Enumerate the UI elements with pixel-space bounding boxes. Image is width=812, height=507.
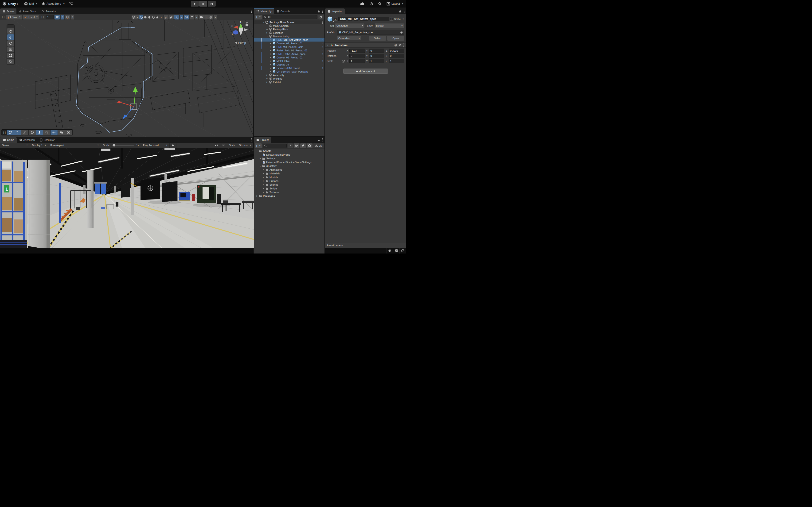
component-kebab[interactable] xyxy=(403,44,404,47)
shading-wireframe-button[interactable] xyxy=(139,15,143,19)
prefab-open-chevron[interactable]: › xyxy=(322,52,323,55)
hierarchy-item[interactable]: ▶Logistics xyxy=(254,31,324,35)
search-scene-button[interactable] xyxy=(43,130,50,135)
scene-viewport[interactable]: y x z Persp xyxy=(0,20,253,136)
view-settings-button[interactable] xyxy=(14,130,21,135)
game-panel-kebab[interactable] xyxy=(251,138,252,142)
overrides-dropdown[interactable]: Overrides▼ xyxy=(337,36,361,40)
select-button[interactable]: Select xyxy=(369,36,386,41)
increment-snap-button[interactable] xyxy=(65,15,70,19)
search-button[interactable] xyxy=(378,2,382,6)
gizmos-dropdown[interactable]: Gizmos▼ xyxy=(237,143,253,148)
gizmos-globe-button[interactable] xyxy=(208,15,213,19)
hand-tool-button[interactable] xyxy=(7,28,14,34)
step-button[interactable] xyxy=(208,1,216,7)
expander-arrow[interactable]: ▶ xyxy=(262,172,265,174)
object-name-field[interactable]: CNC_Mill_Set_Active_spec xyxy=(338,17,389,21)
foldout-arrow[interactable]: ▼ xyxy=(327,44,329,46)
tab-hierarchy[interactable]: Hierarchy xyxy=(254,8,274,14)
compass-button[interactable] xyxy=(65,130,72,135)
move-overlay-button[interactable] xyxy=(51,130,58,135)
lock-icon[interactable] xyxy=(399,10,402,13)
project-item[interactable]: ▶Animations xyxy=(254,168,324,172)
expander-arrow[interactable]: ▶ xyxy=(262,176,265,178)
rotate-tool-button[interactable] xyxy=(7,40,14,46)
hierarchy-item[interactable]: ▼Factory Floor Scene xyxy=(254,20,324,24)
project-item[interactable]: ▶Scenes xyxy=(254,183,324,186)
prefab-cube-icon[interactable]: ▼ xyxy=(327,16,333,22)
scene-panel-kebab[interactable] xyxy=(251,10,252,13)
expander-arrow[interactable]: ▶ xyxy=(269,60,272,62)
pause-button[interactable] xyxy=(199,1,207,7)
alerts-filter-button[interactable] xyxy=(307,144,312,148)
hierarchy-item[interactable]: ▶Siemens HMI Stand› xyxy=(254,66,324,70)
expander-arrow[interactable]: ▶ xyxy=(266,81,268,83)
camera-overlay-button[interactable] xyxy=(199,15,204,19)
hierarchy-item[interactable]: ▼Manufacturing xyxy=(254,35,324,38)
pivot-button[interactable]: Pivot▼ xyxy=(6,15,22,19)
expander-arrow[interactable]: ▼ xyxy=(262,21,265,23)
toolbar-drag-handle[interactable]: ❙❙ xyxy=(1,16,5,18)
display-dropdown[interactable]: Display 1▼ xyxy=(30,143,48,148)
2d-toggle-button[interactable]: 2D xyxy=(164,15,168,19)
grid-snap-dropdown[interactable]: ▼ xyxy=(61,15,64,19)
expander-arrow[interactable]: ▶ xyxy=(262,169,265,171)
palette-drag-handle[interactable] xyxy=(9,26,12,27)
hierarchy-item[interactable]: Main Camera xyxy=(254,24,324,27)
overlay-drag-handle[interactable]: ❙❙ xyxy=(2,131,7,134)
expander-arrow[interactable]: ▶ xyxy=(269,50,272,51)
project-item[interactable]: DefaultVolumeProfile xyxy=(254,153,324,157)
tab-animator[interactable]: Animator xyxy=(39,8,58,14)
version-control-button[interactable] xyxy=(69,2,73,6)
expander-arrow[interactable]: ▶ xyxy=(256,195,258,197)
project-item[interactable]: ▼XFactory xyxy=(254,164,324,168)
tab-inspector[interactable]: Inspector xyxy=(325,8,345,14)
expander-arrow[interactable]: ▶ xyxy=(269,67,272,69)
expander-arrow[interactable]: ▶ xyxy=(266,29,268,30)
orientation-button[interactable]: Local▼ xyxy=(23,15,39,19)
view-options-button[interactable]: ▼ xyxy=(132,15,139,19)
layout-menu[interactable]: Layout ▼ xyxy=(387,2,404,6)
game-viewport[interactable]: 1 xyxy=(0,148,253,248)
hierarchy-item[interactable]: ▶Drawer_01_Prefab_01› xyxy=(254,42,324,45)
expander-arrow[interactable]: ▶ xyxy=(262,191,265,193)
expander-arrow[interactable]: ▶ xyxy=(266,78,268,79)
layers-dropdown[interactable]: ▼ xyxy=(195,15,198,19)
effects-dropdown[interactable]: ▼ xyxy=(180,15,183,19)
scale-z-field[interactable]: 1 xyxy=(389,59,404,63)
project-item[interactable]: ▶Settings xyxy=(254,157,324,160)
position-z-field[interactable]: 0.3030 xyxy=(389,49,404,53)
expander-arrow[interactable]: ▶ xyxy=(259,158,262,159)
scale-tool-button[interactable] xyxy=(7,47,14,52)
hierarchy-item[interactable]: ▶CNC_Mill_Set_Active_spec› xyxy=(254,38,324,42)
expander-arrow[interactable]: ▶ xyxy=(269,57,272,58)
expander-arrow[interactable]: ▶ xyxy=(269,64,272,65)
grid-visibility-button[interactable] xyxy=(21,130,29,135)
scale-x-field[interactable]: 1 xyxy=(349,59,365,63)
tag-dropdown[interactable]: Untagged▼ xyxy=(335,23,364,28)
grid-snap-button[interactable]: Y xyxy=(54,15,60,19)
expander-arrow[interactable]: ▶ xyxy=(269,43,272,44)
rotation-z-field[interactable]: 0 xyxy=(389,54,404,58)
scene-lighting-button[interactable] xyxy=(29,130,36,135)
hierarchy-item[interactable]: ▶Pallet_Jack_01_Prefab_02› xyxy=(254,49,324,52)
expander-arrow[interactable]: ▶ xyxy=(262,184,265,186)
project-item[interactable]: ▶Materials xyxy=(254,172,324,175)
project-search-input[interactable] xyxy=(263,144,287,148)
ok-status-icon[interactable] xyxy=(399,248,406,253)
open-button[interactable]: Open xyxy=(387,36,404,41)
static-dropdown[interactable]: ▼ xyxy=(402,18,404,20)
lock-icon[interactable] xyxy=(317,138,320,142)
mute-audio-button[interactable] xyxy=(213,143,220,148)
open-search-window-button[interactable] xyxy=(288,144,293,148)
asset-store-menu[interactable]: Asset Store ▼ xyxy=(42,2,65,6)
hierarchy-item[interactable]: ▶Metal Table› xyxy=(254,59,324,63)
audio-toggle-button[interactable] xyxy=(169,15,173,19)
prefab-open-chevron[interactable]: › xyxy=(322,56,323,59)
prefab-open-chevron[interactable]: › xyxy=(322,66,323,69)
expander-arrow[interactable]: ▼ xyxy=(259,165,262,167)
project-item[interactable]: ▶Packages xyxy=(254,194,324,198)
expander-arrow[interactable]: ▶ xyxy=(262,180,265,182)
grid-size-field[interactable]: 1 xyxy=(46,15,54,19)
stats-button[interactable]: Stats xyxy=(227,143,237,148)
